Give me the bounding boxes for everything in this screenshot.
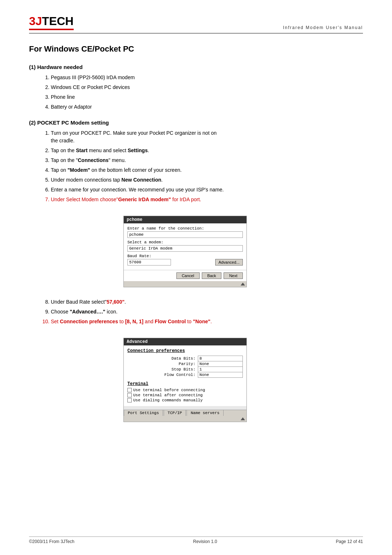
list-item: Tap on the "Connections" menu. bbox=[51, 157, 363, 164]
list-item: Under modem connections tap New Connecti… bbox=[51, 176, 363, 184]
dialog1-footer bbox=[124, 281, 246, 287]
tab-name-servers[interactable]: Name servers bbox=[187, 410, 223, 416]
list-item: Enter a name for your connection. We rec… bbox=[51, 186, 363, 194]
table-row: Stop Bits: 1 bbox=[127, 367, 243, 372]
table-row: Data Bits: 8 bbox=[127, 356, 243, 361]
cb1-checkbox[interactable] bbox=[127, 388, 132, 392]
list-item: Turn on your POCKET PC. Make sure your P… bbox=[51, 129, 363, 145]
logo-3j: 3J bbox=[29, 15, 42, 28]
cb3-checkbox[interactable] bbox=[127, 398, 132, 402]
section2-list: Turn on your POCKET PC. Make sure your P… bbox=[51, 129, 363, 203]
cancel-button[interactable]: Cancel bbox=[176, 272, 200, 279]
cb3-label: Use dialing commands manually bbox=[133, 398, 203, 402]
dialog1-label1: Enter a name for the connection: bbox=[127, 226, 243, 231]
cb2-checkbox[interactable] bbox=[127, 393, 132, 397]
back-button[interactable]: Back bbox=[202, 272, 221, 279]
advanced-button[interactable]: Advanced... bbox=[215, 259, 243, 266]
dialog1-input2[interactable]: Generic IrDA modem bbox=[127, 245, 243, 252]
section1-list: Pegasus III (PP2I-5600) IrDA modem Windo… bbox=[51, 74, 363, 111]
dialog1-label2: Select a modem: bbox=[127, 240, 243, 244]
stop-bits-value: 1 bbox=[198, 367, 242, 372]
flow-control-label: Flow Control: bbox=[127, 372, 198, 378]
parity-label: Parity: bbox=[127, 361, 198, 367]
dialog2-conn-heading: Connection preferences bbox=[127, 348, 243, 353]
table-row: Parity: None bbox=[127, 361, 243, 367]
dialog1-baud-input[interactable]: 57600 bbox=[127, 259, 171, 266]
list-item-red: Under Select Modem choose"Generic IrDA m… bbox=[51, 196, 363, 203]
list-item: Tap on "Modem" on the bottom left corner… bbox=[51, 166, 363, 174]
tab-tcpip[interactable]: TCP/IP bbox=[164, 410, 186, 416]
dialog1-input1[interactable]: pchome bbox=[127, 231, 243, 238]
dialog2-tabs: Port Settings TCP/IP Name servers bbox=[124, 410, 246, 416]
parity-value: None bbox=[198, 361, 242, 367]
dialog1: pchome Enter a name for the connection: … bbox=[123, 216, 247, 287]
list-item: Under Baud Rate select"57,600". bbox=[51, 298, 363, 306]
data-bits-value: 8 bbox=[198, 356, 242, 361]
logo-tech: TECH bbox=[42, 15, 74, 28]
page: 3JTECH Infrared Modem User's Manual For … bbox=[0, 0, 392, 555]
dialog1-titlebar: pchome bbox=[124, 216, 246, 223]
list-item: Pegasus III (PP2I-5600) IrDA modem bbox=[51, 74, 363, 81]
dialog1-label3: Baud Rate: bbox=[127, 254, 243, 258]
section2-heading: (2) POCKET PC Modem setting bbox=[29, 119, 363, 126]
page-header: 3JTECH Infrared Modem User's Manual bbox=[29, 15, 363, 33]
flow-control-value: None bbox=[198, 372, 242, 378]
arrow-up-icon bbox=[241, 283, 245, 285]
stop-bits-label: Stop Bits: bbox=[127, 367, 198, 372]
table-row: Flow Control: None bbox=[127, 372, 243, 378]
dialog2-titlebar: Advanced bbox=[124, 338, 246, 345]
logo: 3JTECH bbox=[29, 15, 74, 30]
dialog1-body: Enter a name for the connection: pchome … bbox=[124, 223, 246, 270]
list-item: Choose "Advanced…." icon. bbox=[51, 308, 363, 316]
cb1-label: Use terminal before connecting bbox=[133, 388, 205, 392]
section2-list-continued: Under Baud Rate select"57,600". Choose "… bbox=[51, 298, 363, 325]
header-subtitle: Infrared Modem User's Manual bbox=[283, 25, 363, 30]
footer-left: ©2003/11 From 3JTech bbox=[29, 539, 74, 544]
arrow-up-icon bbox=[241, 417, 245, 420]
dialog2-terminal-heading: Terminal bbox=[127, 381, 243, 386]
dialog2-footer bbox=[124, 416, 246, 422]
section1-heading: (1) Hardware needed bbox=[29, 64, 363, 70]
data-bits-label: Data Bits: bbox=[127, 356, 198, 361]
cb3-row: Use dialing commands manually bbox=[127, 398, 243, 402]
list-item: Tap on the Start menu and select Setting… bbox=[51, 147, 363, 154]
next-button[interactable]: Next bbox=[224, 272, 243, 279]
dialog2: Advanced Connection preferences Data Bit… bbox=[123, 338, 247, 422]
list-item: Windows CE or Pocket PC devices bbox=[51, 84, 363, 91]
list-item: Battery or Adaptor bbox=[51, 103, 363, 111]
footer-right: Page 12 of 41 bbox=[336, 539, 363, 544]
page-footer: ©2003/11 From 3JTech Revision 1.0 Page 1… bbox=[29, 536, 363, 544]
cb2-label: Use terminal after connecting bbox=[133, 393, 203, 397]
list-item-red: Set Connection preferences to [8, N, 1] … bbox=[51, 318, 363, 325]
dialog2-body: Connection preferences Data Bits: 8 Pari… bbox=[124, 345, 246, 406]
conn-prefs-table: Data Bits: 8 Parity: None Stop Bits: 1 F… bbox=[127, 356, 243, 378]
cb1-row: Use terminal before connecting bbox=[127, 388, 243, 392]
cb2-row: Use terminal after connecting bbox=[127, 393, 243, 397]
footer-center: Revision 1.0 bbox=[193, 539, 217, 544]
tab-port-settings[interactable]: Port Settings bbox=[124, 410, 163, 416]
list-item: Phone line bbox=[51, 93, 363, 101]
page-title: For Windows CE/Pocket PC bbox=[29, 44, 363, 54]
dialog1-buttons: Cancel Back Next bbox=[124, 270, 246, 281]
dialog1-baud-row: 57600 Advanced... bbox=[127, 259, 243, 266]
